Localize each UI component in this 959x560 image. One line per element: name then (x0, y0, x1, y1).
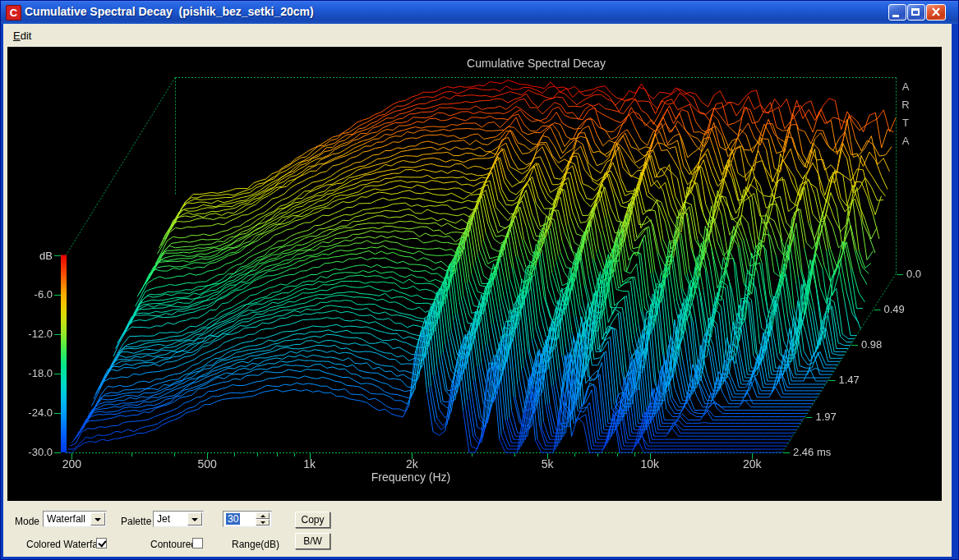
freq-tick-label: 20k (731, 457, 772, 470)
palette-value: Jet (157, 513, 170, 525)
range-value[interactable]: 30 (226, 513, 240, 525)
arta-watermark-letter: A (899, 80, 912, 93)
db-axis-header: dB (7, 250, 53, 262)
csd-plot-area: Cumulative Spectral Decay Frequency (Hz)… (7, 47, 942, 501)
chevron-down-icon (191, 518, 198, 521)
freq-tick-label: 2k (391, 457, 432, 470)
chevron-down-icon (95, 518, 101, 521)
copy-button[interactable]: Copy (295, 512, 330, 528)
menu-bar: Edit (3, 24, 952, 47)
menu-edit[interactable]: Edit (8, 28, 36, 44)
range-spin-buttons (256, 512, 270, 526)
freq-tick-label: 500 (187, 457, 228, 470)
spin-up-button[interactable] (256, 512, 270, 519)
arta-app-icon: C (6, 5, 21, 21)
minimize-icon (892, 15, 899, 17)
close-button[interactable] (926, 4, 946, 21)
mode-combobox[interactable]: Waterfall (43, 511, 107, 527)
freq-tick-label: 1k (289, 457, 330, 470)
time-tick-label: 0.98 (861, 338, 882, 351)
contoured-label: Contoured (150, 539, 196, 550)
arta-watermark-letter: A (899, 135, 912, 147)
palette-combobox[interactable]: Jet (153, 511, 204, 527)
db-tick-label: -18.0 (7, 367, 53, 379)
close-icon (927, 5, 945, 20)
check-icon (98, 539, 106, 548)
palette-label: Palette (121, 516, 151, 527)
time-tick-label: 2.46 ms (793, 446, 831, 458)
range-spinner[interactable]: 30 (223, 511, 272, 527)
control-bar: Mode Waterfall Palette Jet 30 Range(dB) … (3, 501, 952, 557)
freq-tick-label: 200 (51, 457, 92, 470)
freq-tick-label: 10k (629, 457, 671, 470)
db-tick-label: -12.0 (7, 328, 53, 340)
maximize-button[interactable] (907, 4, 925, 21)
waterfall-canvas (7, 47, 942, 501)
menu-edit-accel: E (13, 30, 21, 42)
title-bar[interactable]: C Cumulative Spectral Decay (pishik_bez_… (0, 0, 959, 24)
arta-watermark-letter: R (899, 99, 912, 111)
bw-button[interactable]: B/W (295, 533, 330, 549)
mode-dropdown-button[interactable] (90, 512, 105, 526)
freq-tick-label: 5k (527, 457, 568, 470)
contoured-checkbox[interactable] (192, 538, 203, 549)
plot-title: Cumulative Spectral Decay (131, 57, 942, 70)
palette-dropdown-button[interactable] (187, 512, 202, 526)
freq-axis-label: Frequency (Hz) (329, 470, 493, 484)
colored-waterfall-label: Colored Waterfall (26, 539, 102, 550)
arrow-down-icon (260, 521, 265, 524)
db-tick-label: -30.0 (7, 446, 53, 458)
time-tick-label: 1.97 (815, 411, 836, 423)
window-title: Cumulative Spectral Decay (pishik_bez_se… (25, 5, 314, 18)
time-tick-label: 0.0 (906, 268, 921, 280)
db-tick-label: -6.0 (7, 288, 53, 301)
maximize-icon (911, 8, 920, 16)
mode-label: Mode (15, 516, 39, 527)
db-tick-label: -24.0 (7, 406, 53, 419)
menu-edit-rest: dit (21, 30, 32, 42)
range-db-label: Range(dB) (232, 539, 279, 550)
spin-down-button[interactable] (256, 519, 270, 526)
time-tick-label: 0.49 (884, 303, 905, 315)
colored-waterfall-checkbox[interactable] (96, 538, 107, 549)
arta-watermark-letter: T (899, 117, 912, 129)
arrow-up-icon (260, 515, 265, 517)
mode-value: Waterfall (47, 513, 85, 525)
minimize-button[interactable] (888, 4, 906, 21)
client-area: Edit Cumulative Spectral Decay Frequency… (3, 24, 952, 557)
arta-csd-window: C Cumulative Spectral Decay (pishik_bez_… (0, 0, 959, 560)
time-tick-label: 1.47 (839, 374, 860, 386)
